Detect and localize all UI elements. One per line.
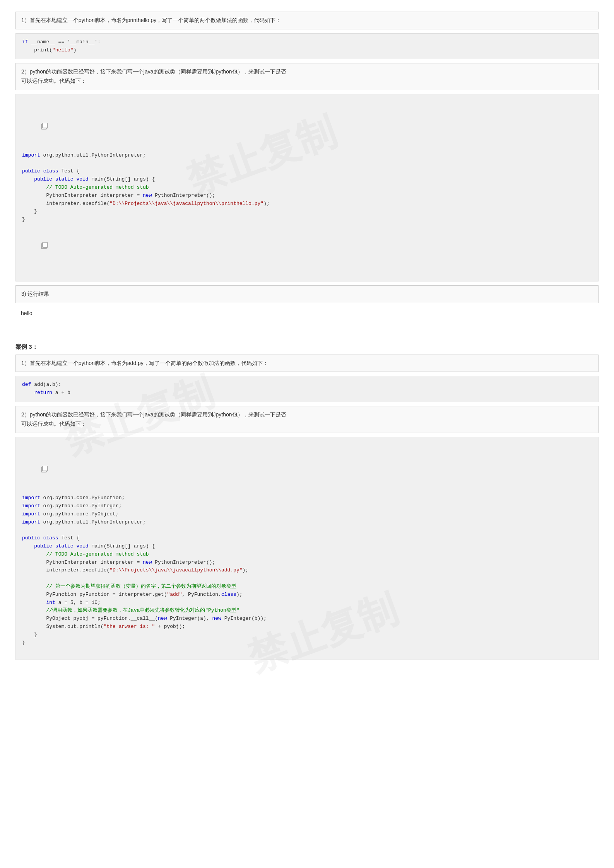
section3-text: 3) 运行结果 — [21, 291, 49, 297]
section2-box: 2）python的功能函数已经写好，接下来我们写一个java的测试类（同样需要用… — [15, 63, 599, 90]
copy-icon-1[interactable] — [22, 115, 592, 141]
section2-text: 2）python的功能函数已经写好，接下来我们写一个java的测试类（同样需要用… — [21, 68, 286, 84]
case3-section2-box: 2）python的功能函数已经写好，接下来我们写一个java的测试类（同样需要用… — [15, 406, 599, 433]
case3-section2-text: 2）python的功能函数已经写好，接下来我们写一个java的测试类（同样需要用… — [21, 411, 286, 427]
svg-rect-1 — [43, 123, 48, 128]
copy-icon-3[interactable] — [22, 458, 592, 484]
section1-text: 1）首先在本地建立一个python脚本，命名为printhello.py，写了一… — [21, 17, 281, 23]
case3-section1-text: 1）首先在本地建立一个python脚本，命名为add.py，写了一个简单的两个数… — [21, 360, 268, 366]
case3-section1-box: 1）首先在本地建立一个python脚本，命名为add.py，写了一个简单的两个数… — [15, 355, 599, 372]
code-block-1: if __name__ == '__main__': print("hello"… — [15, 33, 599, 60]
section1-box: 1）首先在本地建立一个python脚本，命名为printhello.py，写了一… — [15, 12, 599, 29]
copy-icon-2[interactable] — [22, 234, 592, 260]
code-block-2: import org.python.util.PythonInterpreter… — [15, 94, 599, 281]
case3-title-text: 案例 3： — [15, 343, 38, 350]
result1-text: hello — [21, 310, 32, 316]
svg-rect-3 — [43, 242, 48, 247]
case3-title: 案例 3： — [15, 343, 599, 351]
result1-box: hello — [15, 307, 599, 322]
code-block-4: import org.python.core.PyFunction; impor… — [15, 437, 599, 660]
code-block-3: def add(a,b): return a + b — [15, 376, 599, 402]
page-wrapper: 1）首先在本地建立一个python脚本，命名为printhello.py，写了一… — [15, 12, 599, 660]
section3-box: 3) 运行结果 — [15, 285, 599, 303]
svg-rect-5 — [43, 466, 48, 471]
